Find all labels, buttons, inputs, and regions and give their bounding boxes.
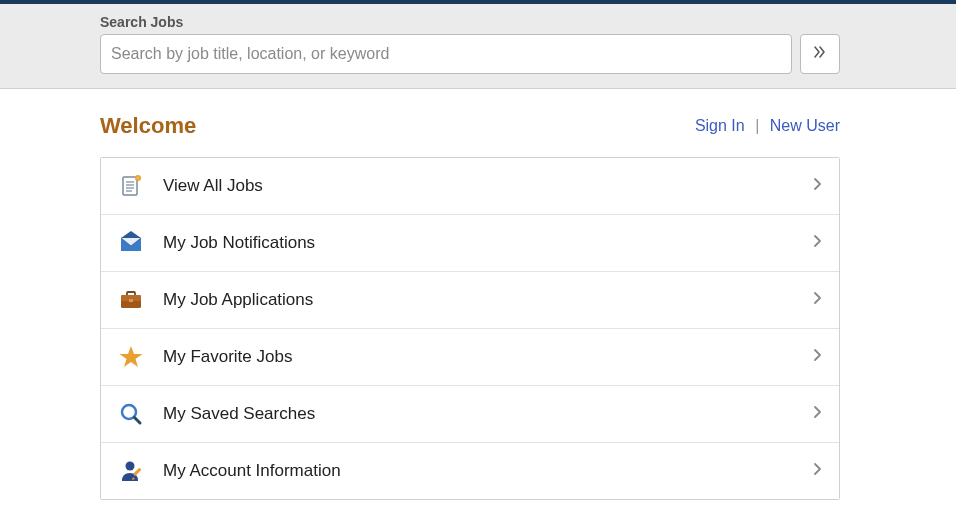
menu-item-label: My Job Notifications xyxy=(163,233,813,253)
menu-list: View All Jobs My Job Notifications xyxy=(100,157,840,500)
svg-rect-0 xyxy=(123,177,137,195)
menu-item-account-information[interactable]: My Account Information xyxy=(101,443,839,499)
chevron-right-icon xyxy=(813,347,823,368)
svg-rect-10 xyxy=(129,299,133,302)
person-edit-icon xyxy=(117,457,145,485)
double-chevron-right-icon xyxy=(812,44,828,64)
content-header: Welcome Sign In | New User xyxy=(100,113,840,139)
svg-point-13 xyxy=(126,462,135,471)
search-submit-button[interactable] xyxy=(800,34,840,74)
menu-item-job-notifications[interactable]: My Job Notifications xyxy=(101,215,839,272)
envelope-icon xyxy=(117,229,145,257)
menu-item-saved-searches[interactable]: My Saved Searches xyxy=(101,386,839,443)
search-input[interactable] xyxy=(100,34,792,74)
menu-item-job-applications[interactable]: My Job Applications xyxy=(101,272,839,329)
new-user-link[interactable]: New User xyxy=(770,117,840,134)
chevron-right-icon xyxy=(813,233,823,254)
search-section: Search Jobs xyxy=(0,4,956,89)
auth-links: Sign In | New User xyxy=(695,117,840,135)
page-title: Welcome xyxy=(100,113,196,139)
auth-separator: | xyxy=(755,117,759,134)
menu-item-label: View All Jobs xyxy=(163,176,813,196)
menu-item-label: My Job Applications xyxy=(163,290,813,310)
chevron-right-icon xyxy=(813,404,823,425)
search-label: Search Jobs xyxy=(100,14,840,30)
star-icon xyxy=(117,343,145,371)
document-icon xyxy=(117,172,145,200)
svg-line-12 xyxy=(135,418,141,424)
menu-item-label: My Account Information xyxy=(163,461,813,481)
main-content: Welcome Sign In | New User View A xyxy=(100,89,840,500)
menu-item-favorite-jobs[interactable]: My Favorite Jobs xyxy=(101,329,839,386)
magnifier-icon xyxy=(117,400,145,428)
menu-item-label: My Favorite Jobs xyxy=(163,347,813,367)
menu-item-label: My Saved Searches xyxy=(163,404,813,424)
briefcase-icon xyxy=(117,286,145,314)
chevron-right-icon xyxy=(813,461,823,482)
sign-in-link[interactable]: Sign In xyxy=(695,117,745,134)
svg-rect-14 xyxy=(133,468,141,476)
chevron-right-icon xyxy=(813,290,823,311)
chevron-right-icon xyxy=(813,176,823,197)
menu-item-view-all-jobs[interactable]: View All Jobs xyxy=(101,158,839,215)
